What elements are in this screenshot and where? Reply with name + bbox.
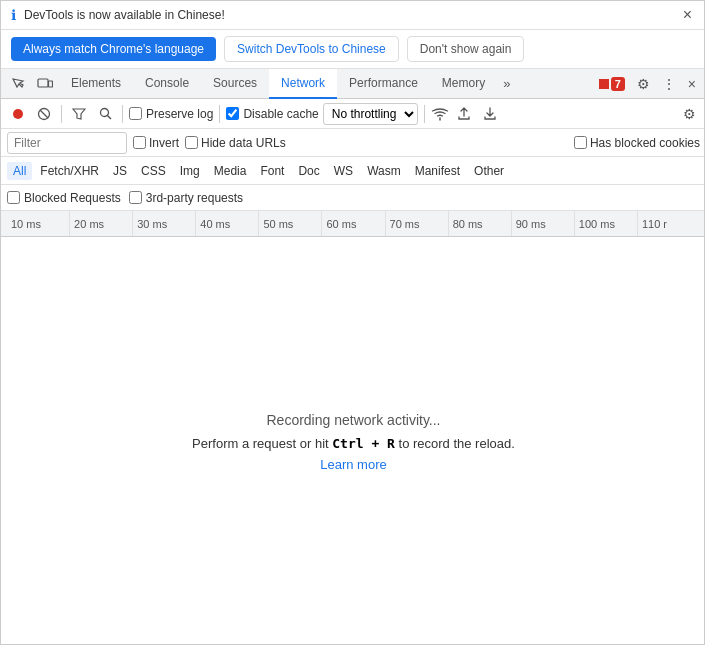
toolbar-divider-4 (424, 105, 425, 123)
search-icon (99, 107, 112, 120)
type-filter-manifest[interactable]: Manifest (409, 162, 466, 180)
svg-rect-0 (38, 79, 48, 87)
devtools-close-button[interactable]: × (682, 72, 702, 96)
hide-data-urls-label[interactable]: Hide data URLs (185, 136, 286, 150)
blocked-requests-checkbox[interactable] (7, 191, 20, 204)
record-button[interactable] (7, 103, 29, 125)
inspect-icon-button[interactable] (5, 73, 31, 95)
inspect-cursor-icon (11, 77, 25, 91)
invert-label[interactable]: Invert (133, 136, 179, 150)
type-filter-font[interactable]: Font (254, 162, 290, 180)
svg-rect-1 (49, 81, 53, 87)
devtools-menu-button[interactable]: ⋮ (656, 72, 682, 96)
main-content-area: Recording network activity... Perform a … (1, 237, 705, 645)
blocked-bar: Blocked Requests 3rd-party requests (1, 185, 705, 211)
timeline-cell-0: 10 ms (7, 211, 70, 236)
upload-icon (458, 107, 470, 120)
error-square-icon (599, 79, 609, 89)
buttons-bar: Always match Chrome's language Switch De… (1, 30, 705, 69)
error-badge-button[interactable]: 7 (593, 77, 631, 91)
filter-icon (72, 108, 86, 120)
svg-point-5 (100, 109, 108, 117)
learn-more-link[interactable]: Learn more (320, 457, 386, 472)
tab-bar: Elements Console Sources Network Perform… (1, 69, 705, 99)
toolbar-divider-3 (219, 105, 220, 123)
type-filter-ws[interactable]: WS (328, 162, 359, 180)
filter-button[interactable] (68, 103, 90, 125)
tab-elements[interactable]: Elements (59, 69, 133, 99)
device-toggle-button[interactable] (31, 73, 59, 95)
type-filter-media[interactable]: Media (208, 162, 253, 180)
svg-line-6 (107, 116, 111, 120)
switch-devtools-button[interactable]: Switch DevTools to Chinese (224, 36, 399, 62)
timeline-cell-8: 90 ms (512, 211, 575, 236)
keyboard-shortcut: Ctrl + R (332, 436, 395, 451)
invert-checkbox[interactable] (133, 136, 146, 149)
type-filter-js[interactable]: JS (107, 162, 133, 180)
devtools-panel: ℹ DevTools is now available in Chinese! … (1, 1, 705, 645)
download-icon (484, 107, 496, 120)
devtools-settings-button[interactable]: ⚙ (631, 72, 656, 96)
timeline-header: 10 ms 20 ms 30 ms 40 ms 50 ms 60 ms 70 m… (1, 211, 705, 237)
filter-input[interactable] (7, 132, 127, 154)
preserve-log-label[interactable]: Preserve log (129, 107, 213, 121)
import-button[interactable] (453, 103, 475, 125)
error-count-badge: 7 (611, 77, 625, 91)
network-toolbar: Preserve log Disable cache No throttling (1, 99, 705, 129)
perform-text: Perform a request or hit Ctrl + R to rec… (192, 436, 515, 451)
timeline-cell-9: 100 ms (575, 211, 638, 236)
has-blocked-cookies-checkbox[interactable] (574, 136, 587, 149)
match-language-button[interactable]: Always match Chrome's language (11, 37, 216, 61)
wifi-svg-icon (431, 107, 449, 121)
timeline-cell-10: 110 r (638, 211, 700, 236)
timeline-cell-1: 20 ms (70, 211, 133, 236)
type-filter-wasm[interactable]: Wasm (361, 162, 407, 180)
type-filter-img[interactable]: Img (174, 162, 206, 180)
timeline-cell-3: 40 ms (196, 211, 259, 236)
has-blocked-cookies-label[interactable]: Has blocked cookies (574, 136, 700, 150)
disable-cache-checkbox[interactable] (226, 107, 239, 120)
preserve-log-checkbox[interactable] (129, 107, 142, 120)
type-filter-other[interactable]: Other (468, 162, 510, 180)
search-button[interactable] (94, 103, 116, 125)
hide-data-urls-checkbox[interactable] (185, 136, 198, 149)
recording-text: Recording network activity... (266, 412, 440, 428)
tab-console[interactable]: Console (133, 69, 201, 99)
tab-sources[interactable]: Sources (201, 69, 269, 99)
export-button[interactable] (479, 103, 501, 125)
type-filter-bar: All Fetch/XHR JS CSS Img Media Font Doc … (1, 157, 705, 185)
third-party-requests-checkbox[interactable] (129, 191, 142, 204)
type-filter-css[interactable]: CSS (135, 162, 172, 180)
disable-cache-label[interactable]: Disable cache (226, 107, 318, 121)
svg-line-4 (40, 110, 48, 118)
type-filter-all[interactable]: All (7, 162, 32, 180)
dont-show-button[interactable]: Don't show again (407, 36, 525, 62)
type-filter-doc[interactable]: Doc (292, 162, 325, 180)
timeline-cell-2: 30 ms (133, 211, 196, 236)
close-infobar-button[interactable]: × (679, 7, 696, 23)
network-settings-button[interactable]: ⚙ (679, 104, 700, 124)
info-text: DevTools is now available in Chinese! (24, 8, 671, 22)
timeline-cell-6: 70 ms (386, 211, 449, 236)
tab-memory[interactable]: Memory (430, 69, 497, 99)
clear-button[interactable] (33, 103, 55, 125)
svg-point-2 (13, 109, 23, 119)
record-icon (12, 108, 24, 120)
timeline-cell-4: 50 ms (259, 211, 322, 236)
clear-icon (37, 107, 51, 121)
toolbar-divider-2 (122, 105, 123, 123)
type-filter-fetch-xhr[interactable]: Fetch/XHR (34, 162, 105, 180)
filter-bar: Invert Hide data URLs Has blocked cookie… (1, 129, 705, 157)
throttle-select[interactable]: No throttling (323, 103, 418, 125)
info-icon: ℹ (11, 7, 16, 23)
blocked-requests-label[interactable]: Blocked Requests (7, 191, 121, 205)
device-toggle-icon (37, 77, 53, 91)
third-party-requests-label[interactable]: 3rd-party requests (129, 191, 243, 205)
tab-performance[interactable]: Performance (337, 69, 430, 99)
info-bar: ℹ DevTools is now available in Chinese! … (1, 1, 705, 30)
tab-more-button[interactable]: » (497, 72, 516, 95)
timeline-cell-5: 60 ms (322, 211, 385, 236)
timeline-cell-7: 80 ms (449, 211, 512, 236)
wifi-icon (431, 107, 449, 121)
tab-network[interactable]: Network (269, 69, 337, 99)
